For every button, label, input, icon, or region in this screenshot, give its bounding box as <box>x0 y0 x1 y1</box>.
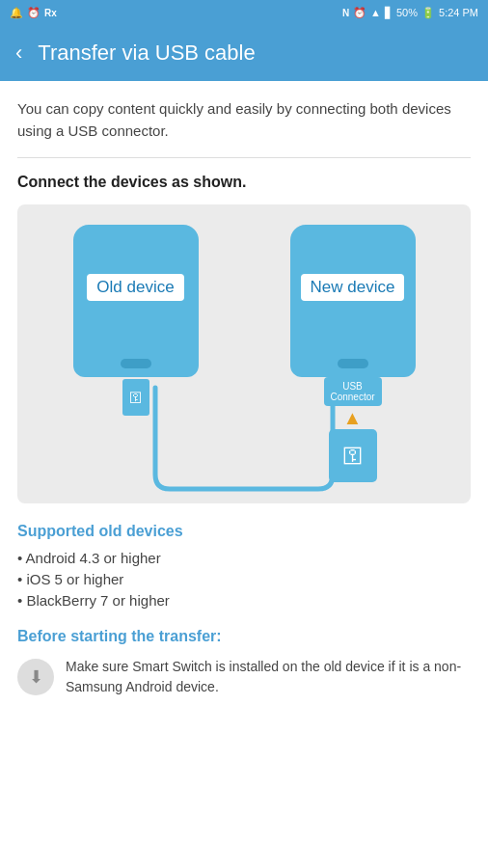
supported-item-3: BlackBerry 7 or higher <box>17 592 471 609</box>
r-icon: Rx <box>44 8 57 18</box>
battery-icon: 🔋 <box>421 7 435 19</box>
description-text: You can copy content quickly and easily … <box>17 98 471 142</box>
alarm-icon: ⏰ <box>27 7 41 19</box>
new-device-bottom <box>290 350 416 377</box>
status-right-icons: N ⏰ ▲ ▋ 50% 🔋 5:24 PM <box>342 7 478 19</box>
usb-connector-popup: USBConnector <box>324 377 382 406</box>
alarm-clock-icon: ⏰ <box>353 7 366 19</box>
old-device-button <box>121 359 151 368</box>
supported-list: Android 4.3 or higher iOS 5 or higher Bl… <box>17 550 471 609</box>
new-device-label: New device <box>301 274 405 301</box>
new-device-button <box>338 359 368 368</box>
signal-icon: ▋ <box>385 7 393 19</box>
download-icon-circle: ⬇ <box>17 659 54 695</box>
notification-icon: 🔔 <box>10 7 23 19</box>
before-info-row: ⬇ Make sure Smart Switch is installed on… <box>17 657 471 713</box>
time: 5:24 PM <box>439 7 478 18</box>
usb-symbol-new: ⚿ <box>342 444 364 469</box>
old-device-label: Old device <box>87 274 183 301</box>
new-device-connector-wrapper: USBConnector ▲ ⚿ <box>324 377 382 484</box>
supported-item-2: iOS 5 or higher <box>17 571 471 587</box>
old-device: Old device ⚿ <box>73 225 199 416</box>
status-bar: 🔔 ⏰ Rx N ⏰ ▲ ▋ 50% 🔋 5:24 PM <box>0 0 488 25</box>
new-device-body: New device <box>290 225 416 350</box>
download-icon: ⬇ <box>29 666 43 688</box>
wifi-icon: ▲ <box>370 7 381 18</box>
battery-text: 50% <box>396 7 418 18</box>
old-device-usb-plug: ⚿ <box>122 379 149 416</box>
before-info-text: Make sure Smart Switch is installed on t… <box>66 657 471 697</box>
connect-instruction: Connect the devices as shown. <box>17 174 471 191</box>
usb-symbol-old: ⚿ <box>129 390 143 405</box>
arrow-up-icon: ▲ <box>343 408 363 427</box>
devices-wrapper: Old device ⚿ New device USBConnector <box>27 225 461 484</box>
status-left-icons: 🔔 ⏰ Rx <box>10 7 57 19</box>
old-device-bottom <box>73 350 199 377</box>
before-title: Before starting the transfer: <box>17 628 471 645</box>
supported-item-1: Android 4.3 or higher <box>17 550 471 566</box>
old-device-body: Old device <box>73 225 199 350</box>
back-button[interactable]: ‹ <box>15 41 22 66</box>
main-content: You can copy content quickly and easily … <box>0 81 488 713</box>
divider <box>17 157 471 158</box>
nfc-icon: N <box>342 8 349 18</box>
device-diagram: Old device ⚿ New device USBConnector <box>17 204 471 503</box>
new-device-usb-plug: ⚿ <box>329 429 377 482</box>
new-device: New device USBConnector ▲ ⚿ <box>290 225 416 484</box>
supported-title: Supported old devices <box>17 523 471 540</box>
page-title: Transfer via USB cable <box>38 41 255 66</box>
top-bar: ‹ Transfer via USB cable <box>0 25 488 81</box>
